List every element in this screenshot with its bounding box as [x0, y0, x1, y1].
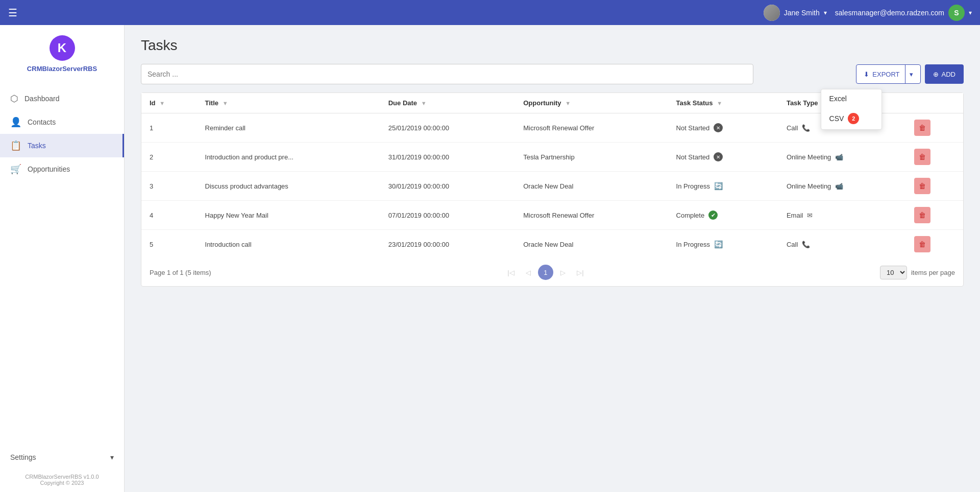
- user-initials-avatar: S: [948, 5, 965, 21]
- first-page-button[interactable]: |◁: [503, 265, 519, 280]
- cell-opportunity: Microsoft Renewal Offer: [515, 201, 668, 230]
- sidebar-label-dashboard: Dashboard: [24, 95, 60, 103]
- last-page-button[interactable]: ▷|: [573, 265, 588, 280]
- cell-actions: 🗑: [906, 230, 963, 259]
- table-row: 4 Happy New Year Mail 07/01/2019 00:00:0…: [141, 201, 963, 230]
- col-header-title: Title ▼: [197, 93, 380, 113]
- task-type-text: Online Meeting: [787, 153, 831, 161]
- filter-icon-task-status[interactable]: ▼: [717, 100, 722, 106]
- cell-actions: 🗑: [906, 172, 963, 201]
- export-down-icon: ⬇: [864, 71, 869, 78]
- col-header-actions: [906, 93, 963, 113]
- cell-title: Happy New Year Mail: [197, 201, 380, 230]
- top-nav-left: ☰: [8, 7, 17, 19]
- cell-id: 3: [141, 172, 197, 201]
- cell-title: Reminder call: [197, 113, 380, 143]
- sidebar-footer: CRMBlazorServerRBS v1.0.0 Copyright © 20…: [0, 467, 124, 492]
- status-text: Not Started: [676, 124, 710, 132]
- next-page-button[interactable]: ▷: [555, 265, 571, 280]
- cell-task-status: Not Started ✕: [668, 113, 778, 143]
- cell-task-status: Complete ✔: [668, 201, 778, 230]
- delete-button[interactable]: 🗑: [914, 178, 930, 194]
- logo-letter: K: [58, 41, 66, 55]
- filter-icon-title[interactable]: ▼: [223, 100, 228, 106]
- email-dropdown-arrow[interactable]: ▾: [969, 9, 972, 16]
- sidebar-logo: K CRMBlazorServerRBS: [0, 25, 124, 83]
- cell-task-type: Email ✉: [778, 201, 906, 230]
- items-per-page-label: items per page: [911, 269, 955, 276]
- export-dropdown: Excel CSV 2: [821, 89, 882, 130]
- dashboard-icon: ⬡: [10, 93, 18, 104]
- status-badge: In Progress 🔄: [676, 182, 723, 190]
- settings-label: Settings: [10, 453, 36, 461]
- status-text: In Progress: [676, 182, 710, 190]
- export-button[interactable]: ⬇ EXPORT ▾: [856, 64, 920, 84]
- task-type-text: Email: [787, 212, 803, 219]
- status-text: In Progress: [676, 241, 710, 248]
- cell-due-date: 07/01/2019 00:00:00: [380, 201, 515, 230]
- cell-due-date: 31/01/2019 00:00:00: [380, 143, 515, 172]
- pagination-controls: |◁ ◁ 1 ▷ ▷|: [503, 265, 588, 280]
- app-copyright: Copyright © 2023: [8, 480, 116, 486]
- user-info[interactable]: Jane Smith ▾: [764, 5, 827, 21]
- delete-button[interactable]: 🗑: [914, 236, 930, 252]
- dropdown-item-excel[interactable]: Excel: [821, 89, 881, 108]
- per-page-select[interactable]: 10 20 50: [880, 266, 907, 279]
- csv-badge: 2: [848, 113, 859, 124]
- cell-task-type: Online Meeting 📹: [778, 172, 906, 201]
- sidebar-settings[interactable]: Settings ▾: [0, 447, 124, 467]
- opportunities-icon: 🛒: [10, 163, 21, 175]
- cell-opportunity: Oracle New Deal: [515, 230, 668, 259]
- cell-task-status: Not Started ✕: [668, 143, 778, 172]
- cell-id: 4: [141, 201, 197, 230]
- cell-task-type: Call 📞: [778, 230, 906, 259]
- task-type-text: Call: [787, 124, 798, 132]
- filter-icon-due-date[interactable]: ▼: [421, 100, 427, 106]
- cell-actions: 🗑: [906, 113, 963, 143]
- cell-due-date: 23/01/2019 00:00:00: [380, 230, 515, 259]
- dropdown-item-csv[interactable]: CSV 2: [821, 108, 881, 129]
- add-label: ADD: [942, 71, 955, 78]
- cell-id: 1: [141, 113, 197, 143]
- delete-button[interactable]: 🗑: [914, 149, 930, 165]
- page-1-button[interactable]: 1: [538, 265, 553, 280]
- delete-button[interactable]: 🗑: [914, 207, 930, 223]
- cell-task-status: In Progress 🔄: [668, 230, 778, 259]
- main-content: Tasks ⬇ EXPORT ▾ Excel: [125, 25, 980, 492]
- task-type-text: Online Meeting: [787, 182, 831, 190]
- col-header-id: Id ▼: [141, 93, 197, 113]
- contacts-icon: 👤: [10, 116, 21, 128]
- user-dropdown-arrow[interactable]: ▾: [824, 9, 827, 16]
- add-button[interactable]: ⊕ ADD: [925, 64, 964, 84]
- sidebar-item-opportunities[interactable]: 🛒 Opportunities: [0, 157, 124, 181]
- filter-icon-opportunity[interactable]: ▼: [565, 100, 571, 106]
- prev-page-button[interactable]: ◁: [521, 265, 536, 280]
- sidebar-label-opportunities: Opportunities: [28, 165, 70, 173]
- delete-button[interactable]: 🗑: [914, 120, 930, 136]
- user-email-info[interactable]: salesmanager@demo.radzen.com S ▾: [835, 5, 972, 21]
- cell-opportunity: Tesla Partnership: [515, 143, 668, 172]
- status-badge: In Progress 🔄: [676, 240, 723, 248]
- table-body: 1 Reminder call 25/01/2019 00:00:00 Micr…: [141, 113, 963, 259]
- col-header-task-status: Task Status ▼: [668, 93, 778, 113]
- table-row: 5 Introduction call 23/01/2019 00:00:00 …: [141, 230, 963, 259]
- filter-icon-id[interactable]: ▼: [159, 100, 165, 106]
- table-row: 2 Introduction and product pre... 31/01/…: [141, 143, 963, 172]
- avatar-image: [764, 5, 780, 21]
- export-dropdown-arrow[interactable]: ▾: [905, 65, 913, 83]
- pagination-summary: Page 1 of 1 (5 items): [150, 269, 211, 276]
- sidebar-item-contacts[interactable]: 👤 Contacts: [0, 110, 124, 134]
- export-button-group: ⬇ EXPORT ▾ Excel CSV 2: [856, 64, 920, 84]
- status-badge: Not Started ✕: [676, 152, 723, 161]
- layout: K CRMBlazorServerRBS ⬡ Dashboard 👤 Conta…: [0, 25, 980, 492]
- cell-task-type: Online Meeting 📹: [778, 143, 906, 172]
- search-input[interactable]: [141, 64, 753, 84]
- sidebar: K CRMBlazorServerRBS ⬡ Dashboard 👤 Conta…: [0, 25, 125, 492]
- task-type-text: Call: [787, 241, 798, 248]
- status-text: Not Started: [676, 153, 710, 161]
- sidebar-item-dashboard[interactable]: ⬡ Dashboard: [0, 87, 124, 110]
- sidebar-item-tasks[interactable]: 📋 Tasks: [0, 134, 124, 157]
- cell-actions: 🗑: [906, 143, 963, 172]
- hamburger-icon[interactable]: ☰: [8, 7, 17, 19]
- logo-circle: K: [50, 35, 75, 61]
